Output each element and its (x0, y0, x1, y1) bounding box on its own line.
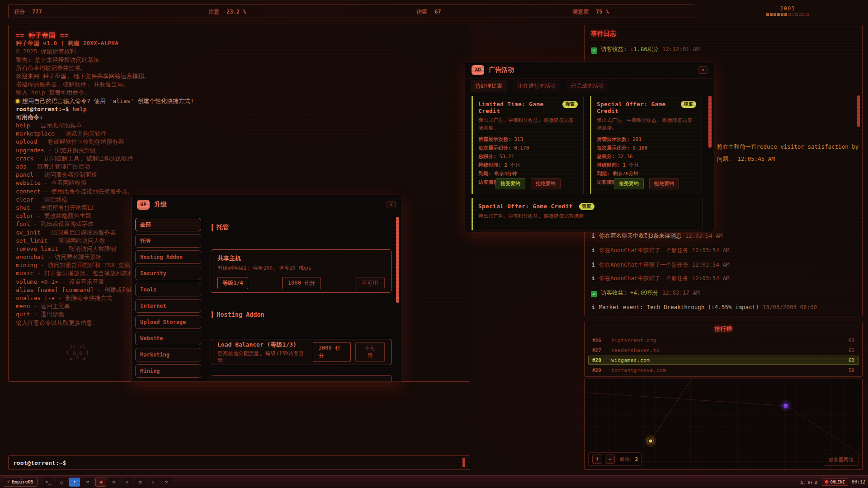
crack-icon[interactable]: ⚒ (82, 478, 93, 487)
ad-offer-title: Limited Time: Game Credit (478, 101, 559, 114)
zoom-in-button[interactable]: + (592, 455, 602, 464)
upgrade-card-load-balancer: Load Balancer (等级1/3) 更高效地分配流量, 每级+15%访客… (211, 339, 392, 365)
progress-square (770, 13, 773, 16)
tab-active-campaigns[interactable]: 正在进行的活动 (513, 80, 560, 92)
upgrade-category-mining[interactable]: Mining (135, 364, 201, 378)
reject-offer-button[interactable]: 拒绝要约 (649, 178, 679, 189)
upgrade-scrollbar-thumb[interactable] (396, 217, 399, 303)
stat-attention: 注意23.2 % (208, 8, 246, 16)
upgrade-modal-title: 升级 (154, 201, 167, 209)
section-header-hosting: 托管 (212, 223, 229, 231)
upgrade-category-托管[interactable]: 托管 (135, 234, 201, 248)
terminal-line: 种子帝国 v1.0 | 构建 20XX-ALPHA (16, 39, 462, 47)
upgrade-category-security[interactable]: Security (135, 267, 201, 280)
stat-value: 777 (32, 9, 42, 15)
game-screen: 积分777 注意23.2 % 访客67 满意度75 % 2003 == 种子帝国… (0, 0, 868, 488)
ad-stat-row: 到期: 剩余4分钟 (478, 170, 578, 178)
terminal-prompt-line: root@torrent:~$ help (16, 105, 462, 113)
ad-offer-cards: Limited Time: Game Credit 弹窗 弹出式广告。中等积分收… (472, 96, 702, 194)
ad-stat-row: 每次展示积分: 0.160 (597, 144, 696, 153)
progress-square (784, 13, 787, 16)
upgrade-category-hosting-addon[interactable]: Hosting Addon (135, 250, 201, 264)
leaderboard-row[interactable]: #29torrentgroove.com59 (588, 366, 859, 375)
leaderboard-row[interactable]: #28widgames.com60 (588, 356, 859, 365)
stat-label: 满意度 (572, 9, 589, 15)
event-log-scrollbar[interactable] (857, 43, 860, 312)
online-label: ONLINE (830, 480, 845, 484)
upgrade-category-marketing[interactable]: Marketing (135, 348, 201, 361)
leaderboard-row[interactable]: #27seedershaven.to61 (588, 346, 859, 355)
progress-square (799, 13, 802, 16)
font-size-button-a[interactable]: A (814, 480, 818, 485)
upgrade-card-title: Load Balancer (等级1/3) (217, 341, 313, 349)
zoom-out-button[interactable]: − (605, 455, 615, 464)
upgrade-category-upload-storage[interactable]: Upload Storage (135, 315, 201, 329)
accept-offer-button[interactable]: 接受要约 (614, 178, 644, 189)
terminal-line: 输入 help 查看可用命令。 (16, 89, 462, 97)
divider (585, 41, 861, 41)
website-globe-icon[interactable]: ⊕ (122, 478, 132, 487)
upload-icon[interactable]: ↑ (69, 478, 80, 487)
ad-offer-description: 弹出式广告。中等积分收益, 略微降低访客满意度。 (597, 117, 696, 132)
ads-scrollbar-thumb[interactable] (708, 96, 712, 148)
ad-badge-icon: AD (472, 65, 484, 75)
chat-icon[interactable]: ✉ (135, 478, 146, 487)
lightbulb-icon (16, 99, 19, 103)
taskbar-right: A-A+A ONLINE 00:12 (799, 478, 865, 486)
upgrade-modal: UP 升级 × 全部托管Hosting AddonSecurityToolsIn… (131, 196, 401, 382)
info-icon: i (591, 261, 595, 268)
event-log-title: 事件日志 (585, 25, 862, 41)
terminal-line: 搭建你的服务器、破解软件, 并躲避当局。 (16, 80, 462, 89)
upgrade-category-website[interactable]: Website (135, 332, 201, 345)
popup-tag-badge: 弹窗 (562, 101, 578, 108)
bolt-icon: ⚡ (7, 479, 10, 485)
stat-value: 75 % (596, 9, 609, 15)
ascii-cat-art: /\_/\ ( o.o ) > ^ < (63, 344, 89, 362)
tab-completed-campaigns[interactable]: 已完成的活动 (566, 80, 608, 92)
info-icon: i (591, 232, 595, 239)
server-network-button[interactable]: 服务器网络 (824, 454, 859, 466)
scrollbar-thumb[interactable] (857, 95, 860, 127)
ads-megaphone-icon[interactable]: ◀ (95, 478, 106, 487)
upgrade-category-tools[interactable]: Tools (135, 283, 201, 296)
terminal-line: © 2025 保留所有权利 (16, 47, 462, 56)
command-help-line: ads - 查看并管理广告活动 (16, 163, 462, 171)
ads-modal-header: AD 广告活动 × (466, 61, 713, 79)
progress-square (795, 13, 798, 16)
terminal-icon[interactable]: >_ (43, 478, 54, 487)
threat-label: 威胁: (619, 456, 632, 463)
upgrade-category-internet[interactable]: Internet (135, 299, 201, 313)
ad-offer-card: Limited Time: Game Credit 弹窗 弹出式广告。中等积分收… (472, 96, 584, 194)
font-size-button-aminus[interactable]: A- (799, 480, 807, 485)
leaderboard-rows: #26bigtorrent.org63#27seedershaven.to61#… (588, 336, 859, 375)
close-icon[interactable]: × (698, 66, 708, 74)
panel-gear-icon[interactable]: ⚙ (108, 478, 119, 487)
progress-square (777, 13, 780, 16)
mining-icon[interactable]: ⚒ (161, 478, 172, 487)
font-size-button-aplus[interactable]: A+ (807, 480, 814, 485)
leaderboard-row[interactable]: #26bigtorrent.org63 (588, 336, 859, 345)
reject-offer-button[interactable]: 拒绝要约 (531, 178, 561, 189)
unavailable-button[interactable]: 不可用 (355, 277, 385, 289)
leaderboard-title: 排行榜 (585, 325, 862, 333)
accept-offer-button[interactable]: 接受要约 (495, 178, 525, 189)
unavailable-button[interactable]: 不可用 (355, 342, 385, 362)
terminal-input-bar[interactable]: root@torrent:~$ (8, 455, 470, 470)
event-log-entry: i你在匿名聊天中收到3条未读消息12:03:54 AM (591, 232, 852, 240)
progress-square (802, 13, 805, 16)
empireos-start-button[interactable]: ⚡ EmpireOS (3, 478, 38, 487)
stat-value: 67 (434, 9, 441, 15)
ad-stat-row: 持续时间: 1 个月 (597, 161, 696, 170)
stat-label: 注意 (208, 9, 219, 15)
marketplace-icon[interactable]: ⌂ (56, 478, 67, 487)
tab-pending-offers[interactable]: 待处理提案 (471, 80, 507, 92)
terminal-line: 所有命令均被记录并监视。 (16, 64, 462, 72)
close-icon[interactable]: × (387, 201, 396, 208)
upgrade-badge-icon: UP (137, 200, 150, 210)
tools-icon[interactable]: ⚔ (148, 478, 159, 487)
ad-stat-row: 每次展示积分: 0.170 (478, 144, 578, 153)
ads-tab-bar: 待处理提案 正在进行的活动 已完成的活动 (466, 79, 713, 94)
upgrade-card-clipped (211, 375, 392, 382)
upgrade-category-全部[interactable]: 全部 (135, 218, 201, 231)
stat-label: 积分 (14, 9, 25, 15)
